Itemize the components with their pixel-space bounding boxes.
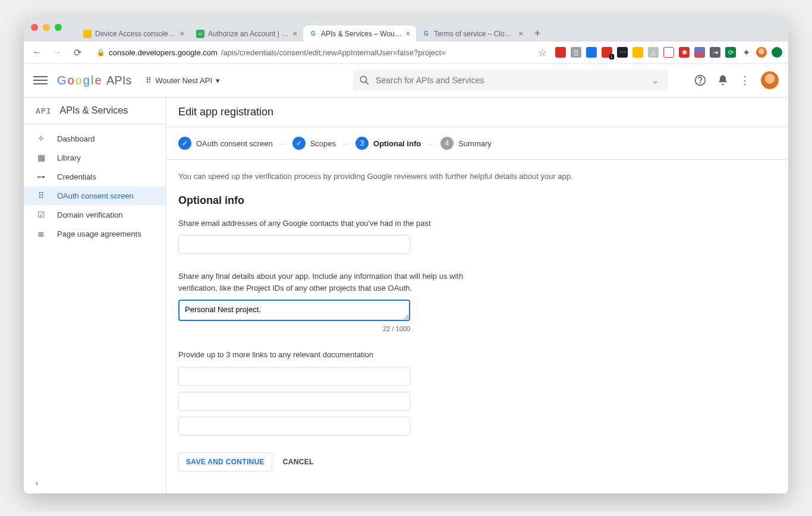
extension-icon[interactable]: 1 <box>602 47 612 58</box>
svg-point-3 <box>700 83 701 83</box>
stepper: ✓ OAuth consent screen — ✓ Scopes — 3 Op… <box>166 127 788 160</box>
extension-icons: {} 1 ⋯ △ ✱ ⇥ ⟳ ✦ <box>555 47 782 58</box>
menu-button[interactable] <box>33 76 48 84</box>
char-counter: 22 / 1000 <box>178 325 410 332</box>
step-oauth-consent[interactable]: ✓ OAuth consent screen <box>178 137 273 150</box>
sidebar-item-credentials[interactable]: ⊶Credentials <box>24 167 166 186</box>
favicon-icon <box>83 30 92 38</box>
browser-tab-0[interactable]: Device Access console - Proje × <box>77 26 190 42</box>
lock-icon: 🔒 <box>96 48 105 56</box>
step-optional-info[interactable]: 3 Optional info <box>355 137 421 150</box>
sidebar-item-label: Domain verification <box>57 210 123 219</box>
contacts-input[interactable] <box>178 235 410 254</box>
profile-avatar-small[interactable] <box>756 47 767 58</box>
extension-icon[interactable]: ✱ <box>679 47 690 58</box>
svg-line-1 <box>366 81 369 84</box>
project-icon: ⠿ <box>146 76 152 85</box>
sidebar-item-label: Dashboard <box>57 134 95 143</box>
key-icon: ⊶ <box>36 172 46 181</box>
extension-icon[interactable] <box>772 47 782 58</box>
dropdown-icon: ▾ <box>216 76 220 85</box>
project-name: Wouter Nest API <box>155 76 212 85</box>
close-tab-icon[interactable]: × <box>180 29 184 38</box>
address-bar[interactable]: 🔒 console.developers.google.com/apis/cre… <box>90 46 452 59</box>
browser-tab-3[interactable]: G Terms of service – Cloud Funct × <box>416 26 529 42</box>
more-icon[interactable]: ⋮ <box>739 74 750 87</box>
doc-link-3-input[interactable] <box>178 417 410 436</box>
favicon-icon: G <box>422 30 430 38</box>
sidebar-item-oauth-consent[interactable]: ⠿OAuth consent screen <box>24 186 166 205</box>
browser-toolbar: ← → ⟳ 🔒 console.developers.google.com/ap… <box>24 42 788 64</box>
project-selector[interactable]: ⠿ Wouter Nest API ▾ <box>141 74 225 87</box>
collapse-sidebar-button[interactable]: ‹ <box>24 473 166 493</box>
star-icon[interactable]: ☆ <box>535 45 549 59</box>
sidebar-item-page-usage[interactable]: ≣Page usage agreements <box>24 224 166 243</box>
cancel-button[interactable]: CANCEL <box>283 458 314 466</box>
tab-strip: Device Access console - Proje × ‹› Autho… <box>24 18 788 42</box>
extension-icon[interactable]: ⇥ <box>710 47 720 58</box>
step-label: OAuth consent screen <box>196 139 273 148</box>
sidebar: API APIs & Services ✧Dashboard ▦Library … <box>24 97 166 493</box>
account-avatar[interactable] <box>761 71 779 89</box>
agreement-icon: ≣ <box>36 229 46 238</box>
browser-tab-1[interactable]: ‹› Authorize an Account | Devic × <box>190 26 303 42</box>
back-button[interactable]: ← <box>30 45 44 59</box>
extension-icon[interactable]: {} <box>571 47 581 58</box>
tab-title: Terms of service – Cloud Funct <box>434 30 515 38</box>
tab-title: Device Access console - Proje <box>95 30 176 38</box>
notifications-icon[interactable] <box>717 74 729 86</box>
doc-link-1-input[interactable] <box>178 367 410 386</box>
favicon-icon: ‹› <box>196 30 204 38</box>
close-tab-icon[interactable]: × <box>405 29 410 38</box>
extension-icon[interactable]: △ <box>648 47 659 58</box>
extension-icon[interactable] <box>555 47 566 58</box>
close-tab-icon[interactable]: × <box>292 29 297 38</box>
step-scopes[interactable]: ✓ Scopes <box>292 137 336 150</box>
new-tab-button[interactable]: + <box>529 25 546 42</box>
sidebar-item-label: OAuth consent screen <box>57 191 134 200</box>
reload-button[interactable]: ⟳ <box>70 45 84 59</box>
main-content: Edit app registration ✓ OAuth consent sc… <box>166 97 788 493</box>
search-input[interactable] <box>376 75 649 85</box>
search-bar[interactable]: ⌄ <box>353 70 668 91</box>
sidebar-item-domain-verification[interactable]: ☑Domain verification <box>24 205 166 224</box>
details-textarea[interactable] <box>178 300 410 321</box>
check-icon: ✓ <box>292 137 306 150</box>
sidebar-item-library[interactable]: ▦Library <box>24 148 166 167</box>
extension-icon[interactable] <box>694 47 705 58</box>
extension-icon[interactable] <box>663 47 674 58</box>
close-window-icon[interactable] <box>31 24 38 31</box>
step-number-icon: 3 <box>355 137 369 150</box>
browser-tab-2[interactable]: G APIs & Services – Wouter Nest × <box>303 26 416 42</box>
step-summary[interactable]: 4 Summary <box>440 137 492 150</box>
api-icon: API <box>36 106 51 115</box>
close-tab-icon[interactable]: × <box>518 29 523 38</box>
help-text: You can speed up the verification proces… <box>178 171 583 183</box>
extension-icon[interactable] <box>586 47 597 58</box>
extensions-menu-icon[interactable]: ✦ <box>741 47 751 58</box>
app-header: Google APIs ⠿ Wouter Nest API ▾ ⌄ ⋮ <box>24 64 788 97</box>
minimize-window-icon[interactable] <box>43 24 50 31</box>
forward-button[interactable]: → <box>50 45 64 59</box>
google-apis-logo[interactable]: Google APIs <box>57 74 131 87</box>
chevron-down-icon[interactable]: ⌄ <box>649 76 662 85</box>
step-label: Scopes <box>310 139 336 148</box>
check-icon: ✓ <box>178 137 191 150</box>
verify-icon: ☑ <box>36 210 46 219</box>
url-path: /apis/credentials/consent/edit;newAppInt… <box>221 48 446 57</box>
contacts-label: Share email addresses of any Google cont… <box>178 218 583 229</box>
step-label: Optional info <box>373 139 421 148</box>
links-label: Provide up to 3 more links to any releva… <box>178 349 583 361</box>
svg-point-0 <box>360 76 367 83</box>
maximize-window-icon[interactable] <box>55 24 62 31</box>
doc-link-2-input[interactable] <box>178 392 410 411</box>
library-icon: ▦ <box>36 153 46 162</box>
sidebar-item-label: Page usage agreements <box>57 229 141 238</box>
extension-icon[interactable]: ⟳ <box>725 47 736 58</box>
extension-icon[interactable]: ⋯ <box>617 47 628 58</box>
tab-title: APIs & Services – Wouter Nest <box>321 30 402 38</box>
save-continue-button[interactable]: SAVE AND CONTINUE <box>178 452 272 471</box>
help-icon[interactable] <box>694 74 706 86</box>
sidebar-item-dashboard[interactable]: ✧Dashboard <box>24 129 166 148</box>
extension-icon[interactable] <box>632 47 643 58</box>
